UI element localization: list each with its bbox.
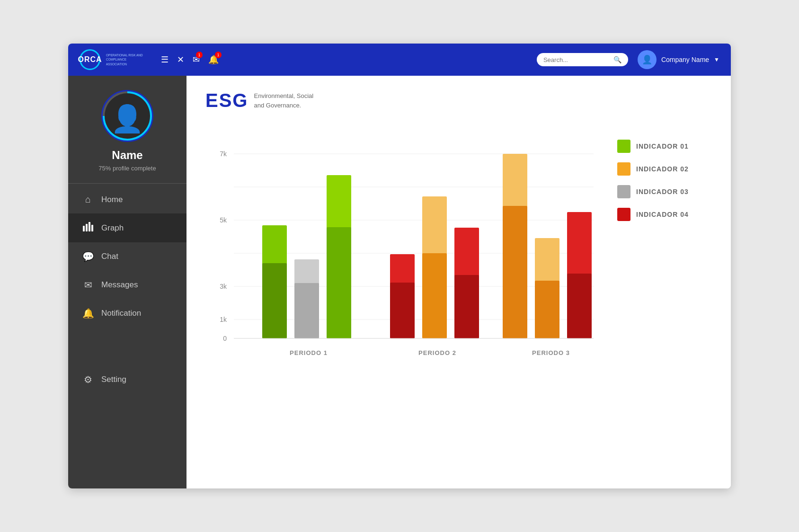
logo-tagline: OPERATIONAL RISK AND COMPLIANCE ASSOCIAT… (106, 53, 144, 66)
legend-label-ind03: INDICADOR 03 (636, 188, 689, 195)
bar-p3-ind02b-dark (535, 281, 559, 338)
nav-icons: ☰ ✕ ✉ 1 🔔 1 (161, 54, 219, 65)
bar-p3-ind04-dark (567, 274, 592, 338)
chart-legend: INDICADOR 01 INDICADOR 02 INDICADOR 03 I… (617, 130, 712, 221)
legend-item-ind01: INDICADOR 01 (617, 140, 712, 153)
legend-color-ind03 (617, 185, 630, 198)
esg-subtitle-line1: Environmental, Social (254, 91, 313, 101)
sidebar-divider (68, 183, 186, 184)
graph-icon (82, 222, 94, 234)
esg-title: ESG (205, 90, 248, 111)
legend-label-ind04: INDICADOR 04 (636, 211, 689, 218)
close-icon[interactable]: ✕ (177, 54, 184, 65)
logo-area: ORCA OPERATIONAL RISK AND COMPLIANCE ASS… (80, 49, 219, 70)
bell-badge: 1 (215, 52, 222, 58)
sidebar-label-graph: Graph (101, 223, 124, 233)
esg-subtitle: Environmental, Social and Governance. (254, 91, 313, 110)
svg-rect-2 (89, 222, 90, 231)
bar-chart-svg: 7k 5k 3k 1k 0 (205, 130, 594, 376)
sidebar: 👤 Name 75% profile complete ⌂ Home (68, 76, 186, 488)
svg-text:PERIODO 1: PERIODO 1 (290, 349, 328, 356)
esg-header: ESG Environmental, Social and Governance… (205, 90, 712, 111)
svg-text:7k: 7k (220, 150, 227, 158)
sidebar-item-graph[interactable]: Graph (68, 213, 186, 242)
top-nav: ORCA OPERATIONAL RISK AND COMPLIANCE ASS… (68, 44, 731, 76)
search-icon: 🔍 (613, 56, 621, 63)
svg-text:3k: 3k (220, 283, 227, 290)
main-body: 👤 Name 75% profile complete ⌂ Home (68, 76, 731, 488)
sidebar-label-home: Home (101, 195, 123, 204)
user-area[interactable]: 👤 Company Name ▼ (638, 50, 719, 69)
svg-text:1k: 1k (220, 316, 227, 323)
chart-wrapper: 7k 5k 3k 1k 0 (205, 130, 598, 378)
setting-icon: ⚙ (82, 374, 94, 385)
legend-label-ind02: INDICADOR 02 (636, 165, 689, 173)
content-area: ESG Environmental, Social and Governance… (186, 76, 731, 488)
chat-icon: 💬 (82, 251, 94, 262)
profile-complete: 75% profile complete (98, 165, 156, 172)
logo: ORCA OPERATIONAL RISK AND COMPLIANCE ASS… (80, 49, 144, 70)
svg-rect-0 (83, 226, 85, 231)
sidebar-nav: ⌂ Home Graph 💬 (68, 186, 186, 488)
sidebar-label-notification: Notification (101, 309, 141, 318)
user-name: Company Name (661, 56, 709, 63)
legend-item-ind02: INDICADOR 02 (617, 162, 712, 176)
search-input[interactable] (543, 56, 610, 63)
bar-p1-ind01b-dark (327, 227, 351, 338)
bar-p2-ind02-dark (422, 253, 447, 338)
avatar-inner: 👤 (105, 93, 150, 139)
messages-icon: ✉ (82, 279, 94, 291)
app-container: ORCA OPERATIONAL RISK AND COMPLIANCE ASS… (68, 44, 731, 488)
legend-item-ind03: INDICADOR 03 (617, 185, 712, 198)
svg-text:PERIODO 3: PERIODO 3 (532, 349, 570, 356)
legend-color-ind01 (617, 140, 630, 153)
mail-badge: 1 (196, 52, 203, 58)
sidebar-label-chat: Chat (101, 252, 118, 261)
bar-p3-ind02-dark (503, 206, 527, 338)
profile-section: 👤 Name 75% profile complete (68, 76, 186, 181)
avatar-ring: 👤 (101, 90, 153, 142)
sidebar-item-notification[interactable]: 🔔 Notification (68, 299, 186, 328)
svg-rect-1 (86, 224, 88, 231)
bar-p1-ind01-dark (262, 263, 287, 338)
sidebar-label-messages: Messages (101, 280, 138, 290)
svg-text:PERIODO 2: PERIODO 2 (418, 349, 456, 356)
esg-subtitle-line2: and Governance. (254, 101, 313, 110)
sidebar-label-setting: Setting (101, 375, 126, 384)
legend-color-ind02 (617, 162, 630, 176)
chevron-down-icon: ▼ (714, 56, 719, 63)
legend-color-ind04 (617, 208, 630, 221)
chart-area: 7k 5k 3k 1k 0 (205, 130, 712, 378)
home-icon: ⌂ (82, 194, 94, 205)
notification-icon: 🔔 (82, 308, 94, 319)
svg-text:5k: 5k (220, 216, 227, 224)
profile-name: Name (112, 149, 142, 162)
sidebar-item-setting[interactable]: ⚙ Setting (68, 365, 186, 394)
legend-label-ind01: INDICADOR 01 (636, 142, 689, 150)
sidebar-item-home[interactable]: ⌂ Home (68, 186, 186, 213)
svg-text:0: 0 (223, 335, 227, 342)
search-box: 🔍 (537, 53, 628, 66)
sidebar-item-messages[interactable]: ✉ Messages (68, 271, 186, 299)
bar-p1-ind03-dark (294, 283, 319, 338)
legend-item-ind04: INDICADOR 04 (617, 208, 712, 221)
logo-circle: ORCA (80, 49, 100, 70)
svg-rect-3 (91, 225, 93, 231)
bell-icon[interactable]: 🔔 1 (208, 54, 219, 65)
avatar-silhouette: 👤 (111, 106, 144, 132)
user-avatar: 👤 (638, 50, 657, 69)
sidebar-item-chat[interactable]: 💬 Chat (68, 242, 186, 271)
bar-p2-ind04-dark (390, 283, 415, 338)
bar-p2-ind04b-dark (454, 275, 479, 338)
hamburger-icon[interactable]: ☰ (161, 54, 169, 65)
mail-icon[interactable]: ✉ 1 (193, 54, 200, 65)
